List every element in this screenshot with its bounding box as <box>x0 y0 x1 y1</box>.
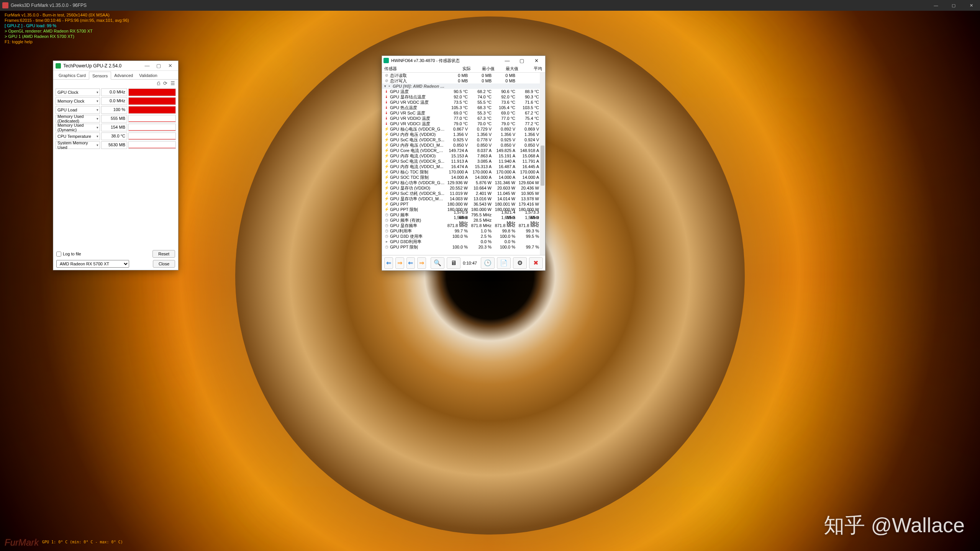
gpuz-window[interactable]: TechPowerUp GPU-Z 2.54.0 — ▢ ✕ Graphics … <box>53 60 179 270</box>
log-checkbox-input[interactable] <box>56 252 61 257</box>
nav-left-icon[interactable]: ⇐ <box>384 257 393 269</box>
row-value: 70.0 °C <box>469 121 492 126</box>
table-row[interactable]: ▸GPU D3D利用率0.0 %0.0 % <box>382 239 540 244</box>
table-row[interactable]: ◷GPU 频率 (有效)1,566.6 MHz28.5 MHz1,615.5 M… <box>382 217 540 223</box>
row-value: 14.000 A <box>516 175 540 180</box>
table-row[interactable]: 🌡GPU 显存结点温度92.0 °C74.0 °C92.0 °C90.3 °C <box>382 94 540 100</box>
hwinfo-window[interactable]: HWiNFO64 v7.30-4870 - 传感器状态 — ▢ ✕ 传感器 实际… <box>382 56 546 271</box>
row-value: 15.153 A <box>445 153 469 159</box>
tab-validation[interactable]: Validation <box>136 72 161 79</box>
hwinfo-scrollbar[interactable] <box>540 73 545 255</box>
sensor-value: 555 MB <box>101 115 127 123</box>
network-icon[interactable]: 🖥 <box>447 257 461 269</box>
close-button[interactable]: ✕ <box>962 0 980 11</box>
gpuz-close-button[interactable]: ✕ <box>164 63 176 69</box>
row-icon: ⚡ <box>384 132 389 137</box>
col-current[interactable]: 实际 <box>448 66 472 72</box>
reset-button[interactable]: Reset <box>152 250 175 258</box>
nav-right-icon[interactable]: ⇒ <box>395 257 404 269</box>
log-to-file-checkbox[interactable]: Log to file <box>56 252 81 257</box>
col-max[interactable]: 最大值 <box>495 66 519 72</box>
table-row[interactable]: ◷GPU PPT 限制100.0 %20.3 %100.0 %99.7 % <box>382 244 540 250</box>
sensor-label[interactable]: Memory Clock <box>56 97 100 105</box>
menu-icon[interactable]: ☰ <box>170 80 175 86</box>
table-row[interactable]: ⚡GPU 内存 电流 (VDDCI_M...16.474 A15.313 A16… <box>382 164 540 169</box>
table-row[interactable]: 🌡GPU 温度90.5 °C68.2 °C90.6 °C88.9 °C <box>382 89 540 94</box>
row-value: 0.0 % <box>469 239 492 244</box>
table-row[interactable]: 🌡GPU VR VDDC 温度73.5 °C55.5 °C73.6 °C71.6… <box>382 100 540 105</box>
table-row[interactable]: ⚡GPU 显存功 (VDDIO)20.552 W10.664 W20.603 W… <box>382 185 540 191</box>
clock-icon[interactable]: 🕒 <box>481 257 495 269</box>
sensor-label[interactable]: GPU Clock <box>56 88 100 96</box>
sensor-label[interactable]: System Memory Used <box>56 141 100 149</box>
hwinfo-close-button[interactable]: ✕ <box>529 58 544 64</box>
table-row[interactable]: ⚡GPU 核心电压 (VDDCR_GFX)0.867 V0.729 V0.892… <box>382 126 540 132</box>
search-icon[interactable]: 🔍 <box>431 257 444 269</box>
screenshot-icon[interactable]: ⎙ <box>157 80 160 86</box>
gpuz-maximize-button[interactable]: ▢ <box>153 63 164 69</box>
col-min[interactable]: 最小值 <box>472 66 495 72</box>
table-row[interactable]: ⚡GPU SOC TDC 限制14.000 A14.000 A14.000 A1… <box>382 175 540 180</box>
row-label: GPU 内存 电流 (VDDCI_M... <box>390 164 445 169</box>
row-label: GPU SOC TDC 限制 <box>390 175 445 180</box>
row-value: 99.7 % <box>445 228 469 234</box>
minimize-button[interactable]: — <box>927 0 945 11</box>
row-value: 0 MB <box>469 73 492 78</box>
col-sensor[interactable]: 传感器 <box>384 66 448 72</box>
sensor-label[interactable]: CPU Temperature <box>56 132 100 140</box>
gpuz-minimize-button[interactable]: — <box>141 63 153 69</box>
row-icon: 🌡 <box>384 116 389 121</box>
gpu-select[interactable]: AMD Radeon RX 5700 XT <box>56 260 129 268</box>
table-row[interactable]: 🌡GPU VR VDDIO 温度77.0 °C67.3 °C77.0 °C75.… <box>382 116 540 121</box>
row-value: 149.724 A <box>445 148 469 153</box>
overlay-line1: FurMark v1.35.0.0 - Burn-in test, 2560x1… <box>5 12 129 18</box>
sensor-value: 0.0 MHz <box>101 88 127 96</box>
table-row[interactable]: 🌡GPU VR SoC 温度69.0 °C55.3 °C69.0 °C67.2 … <box>382 110 540 116</box>
exit-icon[interactable]: ✖ <box>529 257 543 269</box>
table-row[interactable]: ◷GPU D3D 使用率100.0 %2.5 %100.0 %99.5 % <box>382 234 540 239</box>
table-row[interactable]: ⊘总计写入0 MB0 MB0 MB <box>382 78 540 83</box>
table-row[interactable]: 🌡GPU 热点温度105.3 °C68.3 °C105.4 °C103.5 °C <box>382 105 540 110</box>
row-value: 0.0 % <box>492 239 516 244</box>
sensor-graph <box>128 97 176 105</box>
row-label: GPU 核心电压 (VDDCR_GFX) <box>390 126 445 132</box>
tab-graphics-card[interactable]: Graphics Card <box>56 72 89 79</box>
table-row[interactable]: ⚡GPU SoC 功耗 (VDDCR_S...11.019 W2.401 W11… <box>382 191 540 196</box>
table-row[interactable]: ⚡GPU 内存 电压 (VDDCI_M...0.850 V0.850 V0.85… <box>382 142 540 148</box>
table-row[interactable]: ⚡GPU Core 电流 (VDDCR_G...149.724 A8.037 A… <box>382 148 540 153</box>
table-row[interactable]: ⚡GPU 核心 TDC 限制170.000 A170.000 A170.000 … <box>382 169 540 175</box>
col-avg[interactable]: 平均 <box>519 66 543 72</box>
tab-advanced[interactable]: Advanced <box>111 72 136 79</box>
table-row[interactable]: ⚡GPU 显存功率 (VDDCI_MEM)14.003 W13.016 W14.… <box>382 196 540 201</box>
hwinfo-titlebar[interactable]: HWiNFO64 v7.30-4870 - 传感器状态 — ▢ ✕ <box>382 56 545 65</box>
nav-left2-icon[interactable]: ⇐ <box>406 257 415 269</box>
nav-right2-icon[interactable]: ⇒ <box>417 257 426 269</box>
table-row[interactable]: ◷GPU利用率99.7 %1.0 %99.8 %99.3 % <box>382 228 540 234</box>
table-row[interactable]: 🌡GPU VR VDDCI 温度79.0 °C70.0 °C79.0 °C77.… <box>382 121 540 126</box>
save-icon[interactable]: 📄 <box>497 257 511 269</box>
row-value: 10.664 W <box>469 185 492 191</box>
table-row[interactable]: ⚡GPU 内存 电压 (VDDIO)1.356 V1.356 V1.356 V1… <box>382 132 540 137</box>
close-gpuz-button[interactable]: Close <box>153 260 175 268</box>
hwinfo-maximize-button[interactable]: ▢ <box>515 58 529 64</box>
table-row[interactable]: ⚡GPU PPT180.000 W36.543 W180.001 W179.41… <box>382 201 540 207</box>
refresh-icon[interactable]: ⟳ <box>163 80 167 86</box>
table-row[interactable]: ◷GPU 显存频率871.8 MHz871.8 MHz871.8 MHz871.… <box>382 223 540 228</box>
hwinfo-minimize-button[interactable]: — <box>500 58 515 64</box>
maximize-button[interactable]: ▢ <box>945 0 962 11</box>
sensor-label[interactable]: Memory Used (Dynamic) <box>56 124 100 131</box>
gpuz-titlebar[interactable]: TechPowerUp GPU-Z 2.54.0 — ▢ ✕ <box>53 61 178 71</box>
row-icon: ⚡ <box>384 180 389 185</box>
settings-icon[interactable]: ⚙ <box>513 257 527 269</box>
row-value: 77.2 °C <box>516 121 540 126</box>
table-row[interactable]: ⊘总计读取0 MB0 MB0 MB <box>382 73 540 78</box>
table-row[interactable]: ⚡GPU 核心功率 (VDDCR_GFX)129.936 W5.876 W131… <box>382 180 540 185</box>
table-row[interactable]: ⚡GPU 内存 电流 (VDDIO)15.153 A7.863 A15.191 … <box>382 153 540 159</box>
table-row[interactable]: ⚡GPU SoC 电流 (VDDCR_S...11.913 A3.085 A11… <box>382 159 540 164</box>
sensor-label[interactable]: GPU Load <box>56 106 100 114</box>
tab-sensors[interactable]: Sensors <box>89 72 111 80</box>
table-row[interactable]: ⚡GPU SoC 电压 (VDDCR_S...0.925 V0.778 V0.9… <box>382 137 540 142</box>
row-icon: ◷ <box>384 223 389 228</box>
sensor-label[interactable]: Memory Used (Dedicated) <box>56 115 100 123</box>
gpu-group-header[interactable]: ▾▪GPU [#0]: AMD Radeon R... <box>382 83 540 89</box>
